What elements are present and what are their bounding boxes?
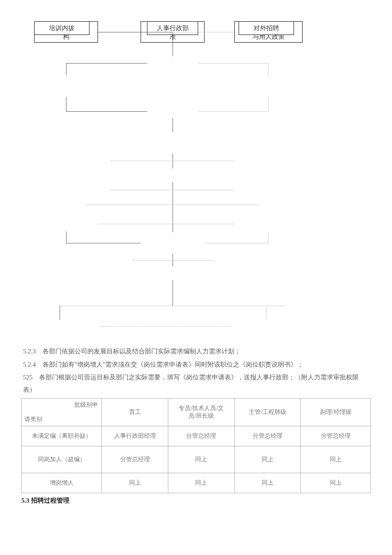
header-diagonal: 批级别申 请类别 <box>22 399 102 426</box>
header-col2: 普工 <box>102 399 168 426</box>
cell: 同上 <box>234 473 301 493</box>
para-523-num: 5.2.3 <box>23 348 36 355</box>
section-53-title: 5.3 招聘过程管理 <box>21 497 371 505</box>
flowchart: 公司原有职位空缺 公司出现新的职位需求 部门申请 填写《岗位需求申请表》 工作说… <box>34 21 358 341</box>
cell: 同上 <box>301 473 371 493</box>
node-external-recruit: 对外招聘 <box>239 21 294 35</box>
cell: 同上 <box>301 446 371 473</box>
cell: 同上 <box>168 473 234 493</box>
table-row: 同岗加人（超编） 分管总经理 同上 同上 同上 <box>22 446 371 473</box>
approval-table: 批级别申 请类别 普工 专员/技术人员/文员/班长级 主管/工程肺级 副理/经理… <box>21 398 371 493</box>
cell: 同上 <box>168 446 234 473</box>
header-col4: 主管/工程肺级 <box>234 399 301 426</box>
para-524: 5.2.4 各部门如有"增岗增人"需求须在交《岗位需求申请表》同时附该职位之《岗… <box>21 358 371 371</box>
table-row: 未满定编（离职补缺） 人事行政部经理 分管总经理 分管总经理 分管总经理 <box>22 426 371 446</box>
para-524-text: 各部门如有"增岗增人"需求须在交《岗位需求申请表》同时附该职位之《岗位职责说明书… <box>43 361 303 368</box>
cell: 增岗增人 <box>22 473 102 493</box>
header-col5: 副理/经理级 <box>301 399 371 426</box>
cell: 同岗加人（超编） <box>22 446 102 473</box>
para-525: 525 各部门根据公司营运目标及部门之实际需要，填写《岗位需求申请表》，送报人事… <box>21 371 371 396</box>
cell: 分管总经理 <box>234 426 301 446</box>
para-523-text: 各部门依据公司的发展目标以及结合部门实际需求编制人力需求计划； <box>43 348 241 355</box>
para-524-num: 5.2.4 <box>23 361 36 368</box>
cell: 未满定编（离职补缺） <box>22 426 102 446</box>
para-525-num: 525 <box>23 374 33 381</box>
cell: 分管总经理 <box>301 426 371 446</box>
node-internal-train: 培训内拔 <box>34 21 89 35</box>
table-row: 增岗增人 同上 同上 同上 同上 <box>22 473 371 493</box>
cell: 同上 <box>234 446 301 473</box>
cell: 分管总经理 <box>102 446 168 473</box>
table-header-row: 批级别申 请类别 普工 专员/技术人员/文员/班长级 主管/工程肺级 副理/经理… <box>22 399 371 426</box>
header-col3: 专员/技术人员/文员/班长级 <box>168 399 234 426</box>
cell: 人事行政部经理 <box>102 426 168 446</box>
cell: 分管总经理 <box>168 426 234 446</box>
header-bot: 请类别 <box>24 416 42 423</box>
para-525-text: 各部门根据公司营运目标及部门之实际需要，填写《岗位需求申请表》，送报人事行政部；… <box>23 374 359 393</box>
para-523: 5.2.3 各部门依据公司的发展目标以及结合部门实际需求编制人力需求计划； <box>21 345 371 358</box>
cell: 同上 <box>102 473 168 493</box>
header-top: 批级别申 <box>74 401 98 409</box>
